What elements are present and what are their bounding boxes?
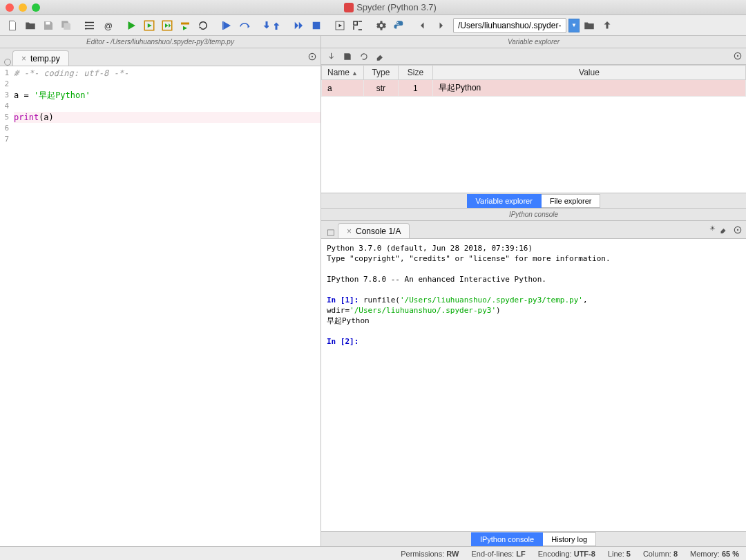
working-dir-input[interactable]: [453, 18, 566, 33]
run-button[interactable]: [123, 17, 140, 34]
code-editor[interactable]: 1 2 3 4 5 6 7 # -*- coding: utf-8 -*- a …: [0, 66, 321, 546]
editor-tab-label: temp.py: [30, 54, 60, 64]
cell-size: 1: [398, 80, 432, 97]
svg-rect-8: [222, 21, 224, 30]
run-selection-button[interactable]: [177, 17, 193, 34]
tab-ipython-console[interactable]: IPython console: [471, 532, 543, 546]
console-tab-label: Console 1/A: [356, 226, 401, 236]
svg-point-2: [85, 24, 86, 26]
window-title: Spyder (Python 3.7): [40, 2, 740, 12]
status-line: Line: 5: [608, 550, 631, 558]
interrupt-icon[interactable]: ☀: [709, 224, 716, 235]
editor-tab-temp[interactable]: × temp.py: [12, 50, 69, 66]
new-file-button[interactable]: [4, 17, 21, 34]
run-cell-advance-button[interactable]: [159, 17, 175, 34]
import-data-icon[interactable]: [325, 51, 336, 62]
svg-rect-7: [181, 22, 189, 24]
cell-name: a: [322, 80, 364, 97]
run-cell-button[interactable]: [141, 17, 157, 34]
main-toolbar: @ ▼: [0, 15, 746, 36]
minimize-icon[interactable]: [19, 3, 27, 12]
maximize-pane-button[interactable]: [350, 17, 366, 34]
forward-button[interactable]: [432, 17, 449, 34]
maximize-icon[interactable]: [32, 3, 40, 12]
close-tab-icon[interactable]: ×: [21, 54, 26, 64]
tab-variable-explorer[interactable]: Variable explorer: [467, 194, 542, 208]
code-area[interactable]: # -*- coding: utf-8 -*- a = '早起Python' p…: [11, 66, 321, 546]
find-button[interactable]: @: [99, 17, 116, 34]
main-area: Editor - /Users/liuhuanshuo/.spyder-py3/…: [0, 36, 746, 546]
table-row[interactable]: a str 1 早起Python: [322, 80, 746, 97]
svg-point-19: [737, 229, 738, 231]
stop-button[interactable]: [308, 17, 325, 34]
preferences-button[interactable]: [373, 17, 390, 34]
continue-button[interactable]: [290, 17, 307, 34]
cell-type: str: [363, 80, 398, 97]
svg-point-1: [85, 21, 86, 23]
open-file-button[interactable]: [22, 17, 39, 34]
erase-icon[interactable]: [375, 51, 386, 62]
variable-explorer-pane: Variable explorer Name▲ Type Size Value: [321, 36, 746, 209]
console-output[interactable]: Python 3.7.0 (default, Jun 28 2018, 07:3…: [321, 239, 746, 531]
variable-table[interactable]: Name▲ Type Size Value a str 1 早起Python: [321, 65, 746, 193]
titlebar: Spyder (Python 3.7): [0, 0, 746, 15]
editor-pane: Editor - /Users/liuhuanshuo/.spyder-py3/…: [0, 36, 321, 546]
tab-file-explorer[interactable]: File explorer: [542, 194, 601, 208]
browse-dir-button[interactable]: [581, 17, 597, 34]
rerun-button[interactable]: [195, 17, 211, 34]
svg-point-11: [380, 23, 383, 27]
save-all-button[interactable]: [58, 17, 75, 34]
back-button[interactable]: [414, 17, 431, 34]
col-value[interactable]: Value: [432, 66, 745, 80]
console-tab-bar: × Console 1/A ☀: [321, 221, 746, 239]
console-menu-icon[interactable]: [325, 227, 336, 238]
varexp-header: Variable explorer: [321, 36, 746, 48]
editor-tab-bar: × temp.py: [0, 48, 321, 66]
editor-options-icon[interactable]: [307, 51, 318, 62]
svg-point-3: [85, 28, 86, 29]
breakpoint-toggle-icon[interactable]: [4, 59, 11, 66]
status-memory: Memory: 65 %: [690, 550, 739, 558]
outline-button[interactable]: [82, 17, 98, 34]
col-type[interactable]: Type: [363, 66, 398, 80]
status-encoding: Encoding: UTF-8: [538, 550, 595, 558]
varexp-options-icon[interactable]: [732, 50, 743, 61]
status-eol: End-of-lines: LF: [471, 550, 525, 558]
refresh-icon[interactable]: [358, 51, 370, 62]
restart-kernel-button[interactable]: [332, 17, 348, 34]
svg-text:@: @: [104, 21, 113, 30]
spyder-logo-icon: [344, 3, 354, 12]
console-header: IPython console: [321, 209, 746, 221]
col-name[interactable]: Name▲: [322, 66, 364, 80]
window-title-text: Spyder (Python 3.7): [356, 2, 437, 12]
cell-value: 早起Python: [432, 80, 745, 97]
step-into-button[interactable]: [254, 17, 271, 34]
varexp-tabs: Variable explorer File explorer: [321, 193, 746, 208]
save-data-icon[interactable]: [342, 51, 353, 62]
step-over-button[interactable]: [236, 17, 253, 34]
python-path-button[interactable]: [391, 17, 408, 34]
window-controls: [6, 3, 40, 12]
svg-point-16: [737, 55, 738, 57]
right-pane: Variable explorer Name▲ Type Size Value: [321, 36, 746, 546]
erase-console-icon[interactable]: [718, 224, 729, 235]
close-console-icon[interactable]: ×: [347, 226, 352, 236]
console-options-icon[interactable]: [732, 224, 743, 235]
status-column: Column: 8: [643, 550, 678, 558]
svg-point-14: [312, 56, 313, 57]
varexp-toolbar: [321, 48, 746, 65]
status-bar: Permissions: RW End-of-lines: LF Encodin…: [0, 546, 746, 560]
tab-history-log[interactable]: History log: [543, 532, 596, 546]
close-icon[interactable]: [6, 3, 14, 12]
svg-rect-17: [327, 230, 334, 235]
save-button[interactable]: [40, 17, 57, 34]
console-bottom-tabs: IPython console History log: [321, 531, 746, 546]
step-out-button[interactable]: [272, 17, 289, 34]
console-tab[interactable]: × Console 1/A: [338, 223, 410, 238]
parent-dir-button[interactable]: [599, 17, 615, 34]
col-size[interactable]: Size: [398, 66, 432, 80]
status-permissions: Permissions: RW: [401, 550, 459, 558]
svg-rect-9: [313, 21, 321, 29]
working-dir-dropdown[interactable]: ▼: [568, 19, 580, 32]
debug-button[interactable]: [218, 17, 235, 34]
